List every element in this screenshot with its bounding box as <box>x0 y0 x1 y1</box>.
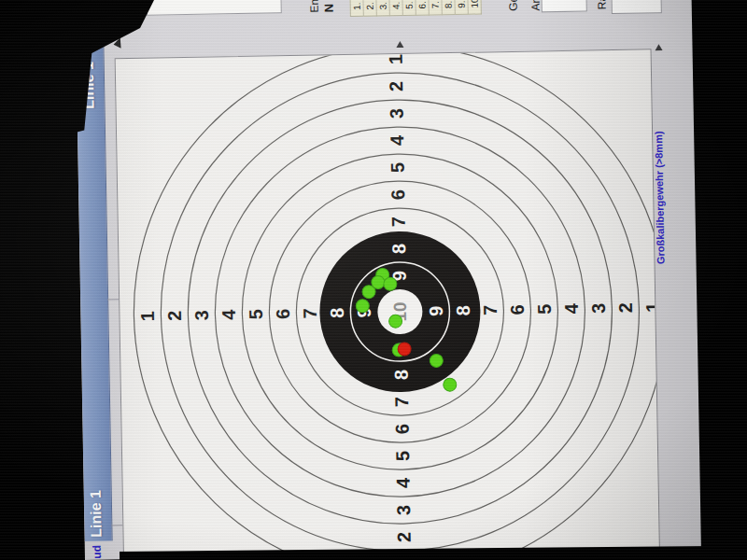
line-tab-label[interactable]: Linie 1 <box>88 490 106 538</box>
shot-marker <box>430 354 443 367</box>
shot-row[interactable]: 3. <box>376 0 390 16</box>
ring-number: 6 <box>273 309 293 320</box>
target-rings: 11112222333344445555666677778888999910 <box>116 49 660 560</box>
ring-number: 6 <box>507 304 528 315</box>
shot-marker <box>356 300 369 313</box>
shot-marker <box>444 378 457 391</box>
ring-number: 3 <box>393 505 414 516</box>
ring-number: 6 <box>392 424 413 435</box>
result-group-label: En <box>308 0 321 13</box>
ring-number: 1 <box>137 311 158 322</box>
ring-number: 8 <box>327 307 347 318</box>
shot-row[interactable]: 2. <box>363 0 377 17</box>
ring-number: 3 <box>588 303 609 315</box>
shot-row[interactable]: 4. <box>389 0 403 16</box>
ring-number: 3 <box>387 108 407 119</box>
ring-number: 2 <box>164 311 185 322</box>
total-label: Ges <box>506 0 519 11</box>
ring-number: 3 <box>191 310 212 321</box>
shot-row[interactable]: 9. <box>455 0 469 15</box>
ring-number: 8 <box>388 244 409 255</box>
panel-expand-icon[interactable] <box>655 44 662 50</box>
target-display-panel: 11112222333344445555666677778888999910 <box>115 49 661 560</box>
ring-number: 4 <box>387 134 407 146</box>
shot-row[interactable]: 10. <box>468 0 482 15</box>
ring-number: 6 <box>388 189 408 201</box>
shot-marker <box>388 315 402 328</box>
ring-number: 5 <box>534 304 555 315</box>
ring-number: 8 <box>453 305 473 316</box>
rank-label: Ran <box>595 0 608 9</box>
panel-expand-icon[interactable] <box>396 41 403 48</box>
ring-number: 2 <box>394 532 415 543</box>
cropped-edge-label: ud <box>91 545 104 559</box>
shot-row[interactable]: 5. <box>402 0 416 16</box>
ring-number: 1 <box>386 54 406 65</box>
ring-number: 5 <box>392 451 413 462</box>
ring-number: 4 <box>561 302 582 314</box>
shot-number-column-header: N <box>322 4 336 13</box>
shot-row[interactable]: 6. <box>416 0 430 16</box>
ring-number: 2 <box>386 81 406 92</box>
ring-number: 5 <box>388 162 408 174</box>
ring-number: 7 <box>480 305 500 316</box>
shot-row[interactable]: 1. <box>349 0 364 17</box>
shot-row[interactable]: 8. <box>442 0 456 15</box>
side-panel-listbox[interactable] <box>146 0 282 16</box>
ring-number: 8 <box>390 370 411 381</box>
ring-number: 7 <box>388 217 409 228</box>
shot-list: 1.2.3.4.5.6.7.8.9.10. <box>349 0 482 17</box>
shot-marker <box>384 277 397 290</box>
shot-marker <box>362 286 375 299</box>
count-value-field[interactable] <box>541 0 587 12</box>
ring-number: 7 <box>300 308 320 319</box>
rank-value-field[interactable] <box>611 0 662 14</box>
photo-frame: ud Linie 1 Linie 1 111122223333444455556… <box>0 0 747 560</box>
ring-number: 7 <box>391 397 412 408</box>
app-window: ud Linie 1 Linie 1 111122223333444455556… <box>76 0 701 560</box>
ring-number: 4 <box>393 477 414 488</box>
shot-row[interactable]: 7. <box>429 0 443 15</box>
ring-number: 1 <box>642 302 660 314</box>
ring-number: 5 <box>246 309 266 320</box>
ring-number: 4 <box>218 309 239 320</box>
ring-number: 9 <box>426 306 446 317</box>
discipline-label: Großkalibergewehr (>8mm) <box>653 131 666 264</box>
ring-number: 2 <box>615 302 636 314</box>
shot-marker-latest <box>398 343 411 356</box>
